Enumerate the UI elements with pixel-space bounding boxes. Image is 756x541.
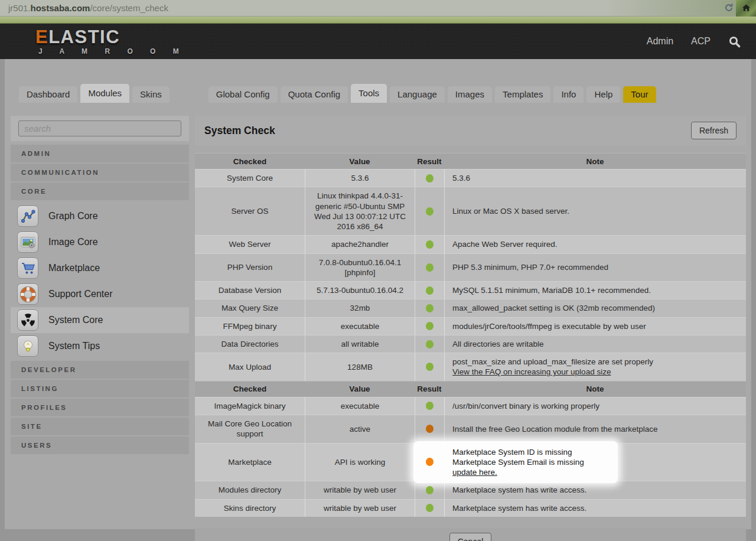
sidebar-item-label: System Core bbox=[48, 315, 103, 325]
cell-value: Linux thinkpad 4.4.0-31-generic #50-Ubun… bbox=[305, 187, 415, 235]
browser-corner bbox=[736, 0, 756, 17]
tab-tools[interactable]: Tools bbox=[351, 84, 387, 103]
check-row-max-query-size: Max Query Size32mbmax_allowed_packet set… bbox=[195, 299, 746, 317]
tab-tour[interactable]: Tour bbox=[623, 86, 656, 103]
column-header-note: Note bbox=[444, 384, 746, 393]
browser-url-bar[interactable]: jr501.hostsaba.com/core/system_check bbox=[0, 0, 756, 17]
column-header-result: Result bbox=[415, 157, 444, 166]
sidebar-group-users[interactable]: USERS bbox=[11, 436, 189, 454]
cell-value: 7.0.8-0ubuntu0.16.04.1[phpinfo] bbox=[305, 254, 415, 282]
check-row-server-os: Server OSLinux thinkpad 4.4.0-31-generic… bbox=[195, 187, 746, 235]
cell-checked: Mail Core Geo Location support bbox=[195, 415, 305, 443]
cell-result bbox=[415, 353, 444, 381]
cell-value: 5.3.6 bbox=[305, 170, 415, 187]
cell-note: All directories are writable bbox=[444, 335, 746, 353]
status-dot-ok bbox=[426, 402, 434, 410]
nav-link-admin[interactable]: Admin bbox=[647, 36, 673, 47]
cell-checked: Max Query Size bbox=[195, 299, 305, 317]
cell-value: active bbox=[305, 415, 415, 443]
sidebar-item-label: System Tips bbox=[48, 341, 100, 351]
tab-language[interactable]: Language bbox=[390, 86, 445, 103]
check-row-imagemagick-binary: ImageMagick binaryexecutable/usr/bin/con… bbox=[195, 397, 746, 415]
sidebar-group-listing[interactable]: LISTING bbox=[11, 380, 189, 397]
cell-checked: ImageMagick binary bbox=[195, 397, 305, 415]
cell-note: max_allowed_packet setting is OK (32mb r… bbox=[444, 299, 746, 317]
sidebar-group-core[interactable]: CORE bbox=[11, 182, 189, 200]
sidebar-item-support-center[interactable]: Support Center bbox=[11, 281, 189, 307]
tab-info[interactable]: Info bbox=[553, 86, 584, 103]
cell-result bbox=[415, 397, 444, 415]
check-row-modules-directory: Modules directorywritable by web userMar… bbox=[195, 481, 746, 498]
cell-value: API is working bbox=[305, 444, 415, 481]
cell-checked: System Core bbox=[195, 170, 305, 187]
sidebar-group-communication[interactable]: COMMUNICATION bbox=[11, 164, 189, 181]
sidebar-group-developer[interactable]: DEVELOPER bbox=[11, 361, 189, 379]
tab-global-config[interactable]: Global Config bbox=[208, 86, 278, 103]
cell-checked: Marketplace bbox=[195, 444, 305, 481]
cell-value: writable by web user bbox=[305, 500, 415, 517]
note-link[interactable]: update here. bbox=[452, 467, 497, 477]
cell-result bbox=[415, 318, 444, 335]
check-row-max-upload: Max Upload128MBpost_max_size and upload_… bbox=[195, 353, 746, 381]
note-link[interactable]: View the FAQ on increasing your upload s… bbox=[452, 367, 611, 377]
tab-help[interactable]: Help bbox=[586, 86, 620, 103]
reload-button[interactable] bbox=[718, 2, 734, 15]
site-header: ELASTIC J A M R O O M Admin ACP bbox=[0, 24, 756, 59]
cell-value: 32mb bbox=[305, 299, 415, 317]
sidebar-modules: Graph CoreImage CoreMarketplaceSupport C… bbox=[11, 201, 189, 361]
cell-value: writable by web user bbox=[305, 481, 415, 498]
sidebar-group-site[interactable]: SITE bbox=[11, 418, 189, 435]
sidebar-search bbox=[11, 116, 189, 141]
cell-checked: PHP Version bbox=[195, 254, 305, 282]
footer-bar: Cancel bbox=[195, 528, 746, 541]
cell-note: post_max_size and upload_max_filesize ar… bbox=[444, 353, 746, 381]
cell-checked: Data Directories bbox=[195, 335, 305, 353]
tab-templates[interactable]: Templates bbox=[495, 86, 550, 103]
cell-value: 5.7.13-0ubuntu0.16.04.2 bbox=[305, 282, 415, 299]
sidebar-group-admin[interactable]: ADMIN bbox=[11, 145, 189, 162]
cell-note: /usr/bin/convert binary is working prope… bbox=[444, 397, 746, 415]
status-dot-warn bbox=[426, 425, 434, 433]
sidebar-item-label: Marketplace bbox=[48, 263, 100, 273]
status-dot-warn bbox=[426, 458, 434, 466]
home-icon[interactable] bbox=[742, 4, 751, 14]
search-icon[interactable] bbox=[728, 35, 741, 48]
sidebar-group-profiles[interactable]: PROFILES bbox=[11, 399, 189, 416]
cell-value: executable bbox=[305, 318, 415, 335]
sidebar-item-graph-core[interactable]: Graph Core bbox=[11, 203, 189, 229]
site-logo[interactable]: ELASTIC J A M R O O M bbox=[35, 28, 187, 55]
cancel-button[interactable]: Cancel bbox=[449, 533, 492, 541]
reload-icon bbox=[724, 3, 734, 14]
sidebar-item-system-core[interactable]: System Core bbox=[11, 307, 189, 333]
header-nav: Admin ACP bbox=[647, 35, 741, 48]
tab-dashboard[interactable]: Dashboard bbox=[19, 86, 77, 103]
nav-link-acp[interactable]: ACP bbox=[691, 36, 711, 47]
cell-result bbox=[415, 254, 444, 282]
search-input[interactable] bbox=[18, 120, 181, 136]
column-header-checked: Checked bbox=[195, 384, 305, 393]
refresh-button[interactable]: Refresh bbox=[691, 122, 737, 139]
sidebar-item-system-tips[interactable]: System Tips bbox=[11, 333, 189, 359]
cell-checked: Database Version bbox=[195, 282, 305, 299]
main-content: System Check Refresh CheckedValueResultN… bbox=[195, 116, 746, 541]
cell-note: MySQL 5.1.51 minimum, MariaDB 10.1+ reco… bbox=[444, 282, 746, 299]
status-dot-ok bbox=[426, 174, 434, 182]
status-dot-ok bbox=[426, 322, 434, 330]
cell-checked: Modules directory bbox=[195, 481, 305, 498]
cell-note: Marketplace system has write access. bbox=[444, 481, 746, 498]
tab-images[interactable]: Images bbox=[448, 86, 492, 103]
column-header-value: Value bbox=[305, 384, 415, 393]
cart-icon bbox=[17, 258, 38, 279]
sidebar-item-marketplace[interactable]: Marketplace bbox=[11, 255, 189, 281]
title-bar: System Check Refresh bbox=[195, 116, 746, 145]
check-row-php-version: PHP Version7.0.8-0ubuntu0.16.04.1[phpinf… bbox=[195, 253, 746, 282]
cell-value: apache2handler bbox=[305, 236, 415, 253]
check-row-web-server: Web Serverapache2handlerApache Web Serve… bbox=[195, 235, 746, 253]
tab-skins[interactable]: Skins bbox=[132, 86, 170, 103]
tab-quota-config[interactable]: Quota Config bbox=[281, 86, 348, 103]
cell-checked: Web Server bbox=[195, 236, 305, 253]
sidebar-item-label: Support Center bbox=[48, 289, 113, 299]
sidebar-item-image-core[interactable]: Image Core bbox=[11, 229, 189, 255]
cell-note: modules/jrCore/tools/ffmpeg is executabl… bbox=[444, 318, 746, 335]
tab-modules[interactable]: Modules bbox=[80, 84, 129, 103]
